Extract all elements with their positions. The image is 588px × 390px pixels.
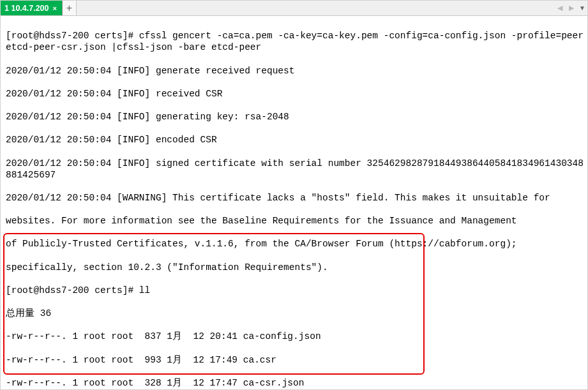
- output-line: of Publicly-Trusted Certificates, v.1.1.…: [6, 238, 584, 250]
- tab-nav: ◀ ▶ ▼: [554, 1, 587, 15]
- tab-bar: 1 10.4.7.200 × + ◀ ▶ ▼: [1, 1, 587, 16]
- command-text: ll: [139, 285, 150, 296]
- shell-prompt: [root@hdss7-200 certs]#: [6, 285, 139, 296]
- shell-prompt: [root@hdss7-200 certs]#: [6, 31, 139, 41]
- output-line: 2020/01/12 20:50:04 [INFO] received CSR: [6, 88, 584, 100]
- tab-menu-icon[interactable]: ▼: [577, 4, 587, 11]
- tab-next-icon[interactable]: ▶: [566, 4, 577, 12]
- output-line: 2020/01/12 20:50:04 [INFO] generate rece…: [6, 65, 584, 77]
- output-line: 2020/01/12 20:50:04 [WARNING] This certi…: [6, 192, 584, 204]
- output-line: websites. For more information see the B…: [6, 215, 584, 227]
- prompt-line: [root@hdss7-200 certs]# cfssl gencert -c…: [6, 30, 584, 53]
- tab-label: 1 10.4.7.200: [4, 4, 49, 13]
- tab-active[interactable]: 1 10.4.7.200 ×: [1, 1, 63, 15]
- output-line: specifically, section 10.2.3 ("Informati…: [6, 262, 584, 273]
- prompt-line: [root@hdss7-200 certs]# ll: [6, 285, 584, 296]
- file-row: -rw-r--r--. 1 root root 837 1月 12 20:41 …: [6, 331, 584, 342]
- ll-header: 总用量 36: [6, 308, 584, 319]
- new-tab-button[interactable]: +: [63, 1, 77, 15]
- tab-prev-icon[interactable]: ◀: [554, 4, 566, 12]
- file-row: -rw-r--r--. 1 root root 993 1月 12 17:49 …: [6, 354, 584, 366]
- output-line: 2020/01/12 20:50:04 [INFO] generating ke…: [6, 111, 584, 123]
- terminal-output[interactable]: [root@hdss7-200 certs]# cfssl gencert -c…: [1, 16, 587, 389]
- output-line: 2020/01/12 20:50:04 [INFO] encoded CSR: [6, 134, 584, 146]
- output-line: 2020/01/12 20:50:04 [INFO] signed certif…: [6, 158, 584, 181]
- file-row: -rw-r--r--. 1 root root 328 1月 12 17:47 …: [6, 377, 584, 389]
- close-icon[interactable]: ×: [52, 4, 58, 12]
